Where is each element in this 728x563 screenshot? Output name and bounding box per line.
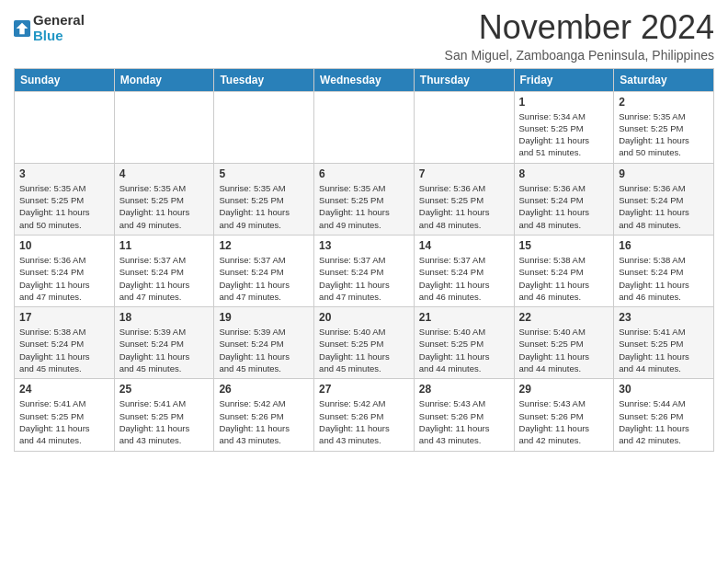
day-number: 22 bbox=[519, 311, 609, 324]
day-info: Sunrise: 5:37 AM Sunset: 5:24 PM Dayligh… bbox=[219, 254, 309, 303]
calendar-cell bbox=[15, 91, 115, 163]
calendar-cell bbox=[414, 91, 514, 163]
day-number: 23 bbox=[619, 311, 709, 324]
weekday-header-friday: Friday bbox=[514, 68, 614, 91]
day-info: Sunrise: 5:35 AM Sunset: 5:25 PM Dayligh… bbox=[119, 182, 210, 231]
calendar-cell: 21Sunrise: 5:40 AM Sunset: 5:25 PM Dayli… bbox=[414, 307, 514, 379]
day-number: 9 bbox=[619, 167, 709, 180]
day-info: Sunrise: 5:36 AM Sunset: 5:24 PM Dayligh… bbox=[519, 182, 609, 231]
title-block: November 2024 San Miguel, Zamboanga Peni… bbox=[445, 9, 714, 63]
calendar-cell: 30Sunrise: 5:44 AM Sunset: 5:26 PM Dayli… bbox=[614, 379, 714, 451]
weekday-header-thursday: Thursday bbox=[414, 68, 514, 91]
day-number: 17 bbox=[19, 311, 109, 324]
day-info: Sunrise: 5:38 AM Sunset: 5:24 PM Dayligh… bbox=[519, 254, 609, 303]
calendar-cell: 24Sunrise: 5:41 AM Sunset: 5:25 PM Dayli… bbox=[15, 379, 115, 451]
calendar-cell: 9Sunrise: 5:36 AM Sunset: 5:24 PM Daylig… bbox=[614, 163, 714, 235]
calendar-cell: 5Sunrise: 5:35 AM Sunset: 5:25 PM Daylig… bbox=[214, 163, 314, 235]
day-number: 14 bbox=[419, 239, 509, 252]
location-subtitle: San Miguel, Zamboanga Peninsula, Philipp… bbox=[445, 48, 714, 63]
day-info: Sunrise: 5:36 AM Sunset: 5:24 PM Dayligh… bbox=[19, 254, 109, 303]
calendar-cell bbox=[214, 91, 314, 163]
day-number: 29 bbox=[519, 383, 609, 396]
day-number: 16 bbox=[619, 239, 709, 252]
day-number: 15 bbox=[519, 239, 609, 252]
day-info: Sunrise: 5:40 AM Sunset: 5:25 PM Dayligh… bbox=[419, 326, 509, 374]
day-info: Sunrise: 5:38 AM Sunset: 5:24 PM Dayligh… bbox=[619, 254, 709, 303]
day-number: 12 bbox=[219, 239, 309, 252]
day-number: 10 bbox=[19, 239, 109, 252]
day-number: 3 bbox=[19, 167, 109, 180]
calendar-cell: 18Sunrise: 5:39 AM Sunset: 5:24 PM Dayli… bbox=[114, 307, 214, 379]
calendar-cell: 7Sunrise: 5:36 AM Sunset: 5:25 PM Daylig… bbox=[414, 163, 514, 235]
calendar-table: SundayMondayTuesdayWednesdayThursdayFrid… bbox=[14, 68, 714, 452]
calendar-cell: 1Sunrise: 5:34 AM Sunset: 5:25 PM Daylig… bbox=[514, 91, 614, 163]
day-number: 25 bbox=[119, 383, 210, 396]
calendar-week-5: 24Sunrise: 5:41 AM Sunset: 5:25 PM Dayli… bbox=[15, 379, 714, 451]
calendar-cell: 3Sunrise: 5:35 AM Sunset: 5:25 PM Daylig… bbox=[15, 163, 115, 235]
page-header: General Blue November 2024 San Miguel, Z… bbox=[14, 9, 714, 63]
calendar-week-3: 10Sunrise: 5:36 AM Sunset: 5:24 PM Dayli… bbox=[15, 235, 714, 306]
calendar-cell: 17Sunrise: 5:38 AM Sunset: 5:24 PM Dayli… bbox=[15, 307, 115, 379]
calendar-cell: 12Sunrise: 5:37 AM Sunset: 5:24 PM Dayli… bbox=[214, 235, 314, 306]
calendar-cell: 11Sunrise: 5:37 AM Sunset: 5:24 PM Dayli… bbox=[114, 235, 214, 306]
day-info: Sunrise: 5:39 AM Sunset: 5:24 PM Dayligh… bbox=[219, 326, 309, 374]
day-number: 1 bbox=[519, 96, 609, 109]
calendar-cell bbox=[114, 91, 214, 163]
calendar-cell: 2Sunrise: 5:35 AM Sunset: 5:25 PM Daylig… bbox=[614, 91, 714, 163]
weekday-header-sunday: Sunday bbox=[15, 68, 115, 91]
day-info: Sunrise: 5:44 AM Sunset: 5:26 PM Dayligh… bbox=[619, 397, 709, 446]
day-info: Sunrise: 5:43 AM Sunset: 5:26 PM Dayligh… bbox=[519, 397, 609, 446]
calendar-cell: 13Sunrise: 5:37 AM Sunset: 5:24 PM Dayli… bbox=[314, 235, 415, 306]
calendar-header-row: SundayMondayTuesdayWednesdayThursdayFrid… bbox=[15, 68, 714, 91]
calendar-cell: 25Sunrise: 5:41 AM Sunset: 5:25 PM Dayli… bbox=[114, 379, 214, 451]
calendar-cell: 23Sunrise: 5:41 AM Sunset: 5:25 PM Dayli… bbox=[614, 307, 714, 379]
calendar-week-2: 3Sunrise: 5:35 AM Sunset: 5:25 PM Daylig… bbox=[15, 163, 714, 235]
day-number: 6 bbox=[319, 167, 409, 180]
day-info: Sunrise: 5:34 AM Sunset: 5:25 PM Dayligh… bbox=[519, 110, 609, 159]
logo: General Blue bbox=[14, 13, 85, 43]
day-number: 27 bbox=[319, 383, 409, 396]
calendar-cell: 29Sunrise: 5:43 AM Sunset: 5:26 PM Dayli… bbox=[514, 379, 614, 451]
day-info: Sunrise: 5:35 AM Sunset: 5:25 PM Dayligh… bbox=[319, 182, 409, 231]
calendar-cell: 14Sunrise: 5:37 AM Sunset: 5:24 PM Dayli… bbox=[414, 235, 514, 306]
logo-line2: Blue bbox=[33, 29, 85, 44]
day-number: 20 bbox=[319, 311, 409, 324]
weekday-header-saturday: Saturday bbox=[614, 68, 714, 91]
calendar-cell: 4Sunrise: 5:35 AM Sunset: 5:25 PM Daylig… bbox=[114, 163, 214, 235]
day-info: Sunrise: 5:42 AM Sunset: 5:26 PM Dayligh… bbox=[319, 397, 409, 446]
day-info: Sunrise: 5:37 AM Sunset: 5:24 PM Dayligh… bbox=[319, 254, 409, 303]
weekday-header-tuesday: Tuesday bbox=[214, 68, 314, 91]
day-number: 21 bbox=[419, 311, 509, 324]
calendar-cell: 20Sunrise: 5:40 AM Sunset: 5:25 PM Dayli… bbox=[314, 307, 415, 379]
calendar-cell: 27Sunrise: 5:42 AM Sunset: 5:26 PM Dayli… bbox=[314, 379, 415, 451]
day-info: Sunrise: 5:41 AM Sunset: 5:25 PM Dayligh… bbox=[619, 326, 709, 374]
calendar-cell: 6Sunrise: 5:35 AM Sunset: 5:25 PM Daylig… bbox=[314, 163, 415, 235]
day-info: Sunrise: 5:35 AM Sunset: 5:25 PM Dayligh… bbox=[19, 182, 109, 231]
day-number: 13 bbox=[319, 239, 409, 252]
day-info: Sunrise: 5:41 AM Sunset: 5:25 PM Dayligh… bbox=[119, 397, 210, 446]
day-number: 24 bbox=[19, 383, 109, 396]
day-info: Sunrise: 5:37 AM Sunset: 5:24 PM Dayligh… bbox=[119, 254, 210, 303]
month-title: November 2024 bbox=[445, 9, 714, 46]
day-info: Sunrise: 5:40 AM Sunset: 5:25 PM Dayligh… bbox=[319, 326, 409, 374]
day-info: Sunrise: 5:41 AM Sunset: 5:25 PM Dayligh… bbox=[19, 397, 109, 446]
calendar-cell bbox=[314, 91, 415, 163]
day-info: Sunrise: 5:39 AM Sunset: 5:24 PM Dayligh… bbox=[119, 326, 210, 374]
day-number: 4 bbox=[119, 167, 210, 180]
calendar-cell: 28Sunrise: 5:43 AM Sunset: 5:26 PM Dayli… bbox=[414, 379, 514, 451]
calendar-cell: 26Sunrise: 5:42 AM Sunset: 5:26 PM Dayli… bbox=[214, 379, 314, 451]
day-info: Sunrise: 5:36 AM Sunset: 5:24 PM Dayligh… bbox=[619, 182, 709, 231]
day-number: 2 bbox=[619, 96, 709, 109]
logo-line1: General bbox=[33, 13, 85, 29]
day-number: 5 bbox=[219, 167, 309, 180]
day-info: Sunrise: 5:35 AM Sunset: 5:25 PM Dayligh… bbox=[619, 110, 709, 159]
day-info: Sunrise: 5:38 AM Sunset: 5:24 PM Dayligh… bbox=[19, 326, 109, 374]
calendar-week-1: 1Sunrise: 5:34 AM Sunset: 5:25 PM Daylig… bbox=[15, 91, 714, 163]
calendar-cell: 15Sunrise: 5:38 AM Sunset: 5:24 PM Dayli… bbox=[514, 235, 614, 306]
day-info: Sunrise: 5:42 AM Sunset: 5:26 PM Dayligh… bbox=[219, 397, 309, 446]
calendar-cell: 8Sunrise: 5:36 AM Sunset: 5:24 PM Daylig… bbox=[514, 163, 614, 235]
day-number: 19 bbox=[219, 311, 309, 324]
day-number: 30 bbox=[619, 383, 709, 396]
logo-text: General Blue bbox=[33, 13, 85, 43]
day-info: Sunrise: 5:43 AM Sunset: 5:26 PM Dayligh… bbox=[419, 397, 509, 446]
